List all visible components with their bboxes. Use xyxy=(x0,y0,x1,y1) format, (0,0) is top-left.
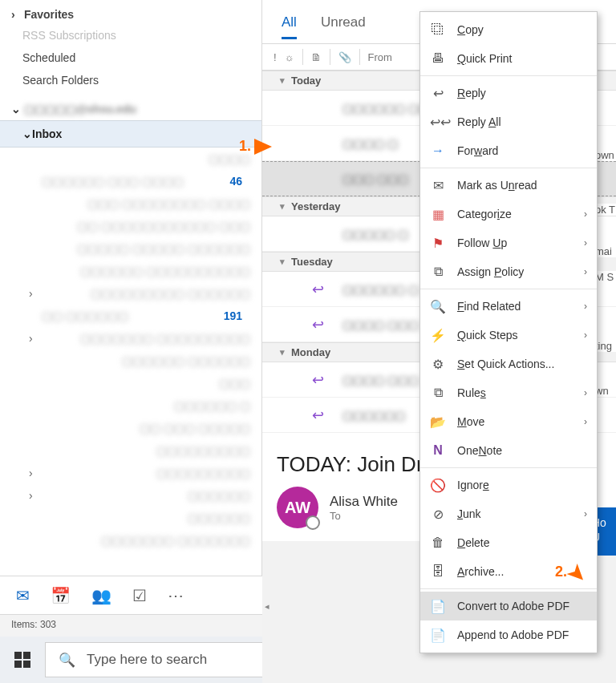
mail-icon[interactable]: ✉ xyxy=(16,586,30,605)
sidebar-item[interactable]: ▢▢▢ xyxy=(0,372,261,394)
message-preview: ▢▢▢ ▢▢▢ xyxy=(342,172,408,185)
context-menu-item[interactable]: ⚡Quick Steps› xyxy=(420,321,597,350)
folder-rss[interactable]: RSS Subscriptions xyxy=(0,24,261,46)
calendar-icon[interactable]: 📅 xyxy=(51,586,71,605)
context-menu-item[interactable]: ↩↩Reply All xyxy=(420,107,597,136)
item-count: Items: 303 xyxy=(11,619,56,630)
sidebar-item[interactable]: ▢▢▢▢▢▢ ▢▢▢▢▢▢ xyxy=(0,350,261,372)
menu-item-icon: → xyxy=(430,143,446,158)
sidebar-item[interactable]: ›▢▢▢▢▢▢▢▢▢ xyxy=(0,462,261,484)
chevron-right-icon: › xyxy=(584,266,587,277)
svg-rect-3 xyxy=(23,661,30,668)
scroll-left-icon[interactable]: ◂ xyxy=(265,601,270,612)
message-preview: ▢▢▢▢▢▢ ▢ xyxy=(342,283,419,296)
folder-scheduled[interactable]: Scheduled xyxy=(0,46,261,69)
from-name: Alisa White xyxy=(330,494,398,510)
replied-icon: ↩ xyxy=(312,371,324,389)
reminder-icon[interactable]: ☼ xyxy=(285,51,294,63)
sidebar-item[interactable]: ›▢▢▢▢▢▢▢ ▢▢▢▢▢▢▢▢▢ xyxy=(0,327,261,350)
svg-rect-0 xyxy=(14,652,22,659)
tab-unread[interactable]: Unread xyxy=(321,14,366,37)
context-menu-item[interactable]: 🗑Delete xyxy=(420,528,597,557)
svg-rect-1 xyxy=(23,652,30,659)
inbox-row[interactable]: ⌄ Inbox xyxy=(0,120,261,148)
menu-item-label: Junk xyxy=(457,507,481,520)
account-header[interactable]: ⌄ ▢▢▢▢▢@shsu.edu xyxy=(0,91,261,120)
sidebar-item[interactable]: ▢▢▢▢▢▢ xyxy=(0,507,261,529)
menu-item-icon: ⿻ xyxy=(430,22,446,37)
favorites-label: Favorites xyxy=(24,8,74,21)
menu-item-label: Delete xyxy=(457,536,489,549)
context-menu-item[interactable]: ⚙Set Quick Actions... xyxy=(420,350,597,378)
context-menu-item[interactable]: 📄Append to Adobe PDF xyxy=(420,620,597,649)
sidebar-item[interactable]: ›▢▢▢▢▢▢ xyxy=(0,484,261,507)
menu-item-icon: 🖶 xyxy=(430,51,446,66)
to-label: To xyxy=(330,510,398,522)
sidebar-item[interactable]: ▢▢▢▢▢ ▢▢▢▢▢ ▢▢▢▢▢▢ xyxy=(0,237,261,260)
new-icon[interactable]: 🗎 xyxy=(311,51,322,63)
tasks-icon[interactable]: ☑ xyxy=(132,586,147,605)
start-button[interactable] xyxy=(0,637,45,683)
sidebar-item[interactable]: ▢▢ ▢▢▢▢▢▢191 xyxy=(0,305,261,327)
chevron-right-icon: › xyxy=(584,237,587,249)
context-menu-item[interactable]: 📂Move› xyxy=(420,407,597,436)
context-menu-item[interactable]: 🚫Ignore xyxy=(420,471,597,499)
context-menu-item[interactable]: ⚑Follow Up› xyxy=(420,228,597,257)
context-menu-item[interactable]: ↩Reply xyxy=(420,79,597,107)
folder-label: ▢▢▢▢▢▢▢ ▢▢▢▢▢▢▢ xyxy=(101,534,250,547)
folder-search-folders[interactable]: Search Folders xyxy=(0,69,261,91)
sidebar-item[interactable]: ▢▢▢▢ xyxy=(0,148,261,170)
context-menu-item[interactable]: ⊘Junk› xyxy=(420,499,597,528)
tab-all[interactable]: All xyxy=(282,14,297,39)
folder-label: ▢▢▢▢▢▢ xyxy=(188,511,250,524)
favorites-header[interactable]: › Favorites xyxy=(0,0,261,24)
menu-item-icon: 📂 xyxy=(430,414,446,430)
sidebar-item[interactable]: ▢▢▢▢▢▢ ▢▢▢ ▢▢▢▢46 xyxy=(0,170,261,192)
attach-icon[interactable]: 📎 xyxy=(338,51,351,63)
sidebar-item[interactable]: ▢▢ ▢▢▢ ▢▢▢▢▢ xyxy=(0,417,261,439)
sidebar-item[interactable]: ›▢▢▢▢▢▢▢▢▢ ▢▢▢▢▢▢ xyxy=(0,282,261,305)
menu-item-label: Reply xyxy=(457,87,486,99)
sidebar-item[interactable]: ▢▢▢ ▢▢▢▢▢▢▢▢ ▢▢▢▢ xyxy=(0,192,261,215)
menu-item-icon: ⚡ xyxy=(430,328,446,343)
menu-item-label: Reply All xyxy=(457,115,501,128)
folder-label: ▢▢▢▢▢▢▢▢▢ xyxy=(156,444,250,457)
folder-label: ▢▢▢▢▢▢ ▢▢▢ ▢▢▢▢ xyxy=(42,175,184,188)
menu-item-label: Categorize xyxy=(457,208,512,220)
context-menu-item[interactable]: ⧉Assign Policy› xyxy=(420,257,597,286)
from-filter[interactable]: From xyxy=(368,51,392,63)
folder-pane: › Favorites RSS Subscriptions Scheduled … xyxy=(0,0,262,576)
context-menu-item[interactable]: 🖶Quick Print xyxy=(420,44,597,73)
context-menu-item[interactable]: 📄Convert to Adobe PDF xyxy=(420,592,597,620)
sidebar-item[interactable]: ▢▢▢▢▢▢ ▢ xyxy=(0,394,261,417)
sidebar-item[interactable]: ▢▢▢▢▢▢▢▢▢ xyxy=(0,439,261,462)
sidebar-item[interactable]: ▢▢▢▢▢▢▢ ▢▢▢▢▢▢▢ xyxy=(0,529,261,552)
menu-item-icon: ✉ xyxy=(430,178,446,193)
chevron-right-icon: › xyxy=(29,489,42,502)
nav-bar: ✉ 📅 👥 ☑ ⋯ xyxy=(0,576,262,614)
context-menu-item[interactable]: ✉Mark as Unread xyxy=(420,171,597,200)
context-menu-item[interactable]: ▦Categorize› xyxy=(420,200,597,228)
more-icon[interactable]: ⋯ xyxy=(168,586,184,605)
context-menu-item[interactable]: 🔍Find Related› xyxy=(420,292,597,321)
unread-count: 191 xyxy=(224,309,250,322)
people-icon[interactable]: 👥 xyxy=(91,586,111,605)
menu-item-label: Move xyxy=(457,415,484,428)
sidebar-item[interactable]: ▢▢ ▢▢▢▢▢▢▢▢▢▢▢ ▢▢▢ xyxy=(0,215,261,237)
folder-label: ▢▢ ▢▢▢▢▢▢ xyxy=(42,309,128,322)
context-menu-item[interactable]: NOneNote xyxy=(420,436,597,465)
menu-item-icon: ⧉ xyxy=(430,386,446,400)
context-menu-item[interactable]: →Forward xyxy=(420,136,597,165)
context-menu-item[interactable]: ⧉Rules› xyxy=(420,378,597,407)
sidebar-item[interactable]: ▢▢▢▢▢▢ ▢▢▢▢▢▢▢▢▢▢ xyxy=(0,260,261,282)
menu-item-icon: ⧉ xyxy=(430,265,446,279)
context-menu-item[interactable]: ⿻Copy xyxy=(420,15,597,44)
menu-item-label: Ignore xyxy=(457,479,489,491)
caret-down-icon: ▾ xyxy=(280,257,285,267)
menu-item-icon: 🗑 xyxy=(430,535,446,550)
chevron-right-icon: › xyxy=(29,287,42,300)
annotation-1: 1. xyxy=(239,138,272,155)
folder-label: ▢▢▢▢▢▢ ▢▢▢▢▢▢ xyxy=(122,354,250,367)
importance-icon[interactable]: ! xyxy=(274,51,277,63)
menu-item-label: Convert to Adobe PDF xyxy=(457,600,569,612)
